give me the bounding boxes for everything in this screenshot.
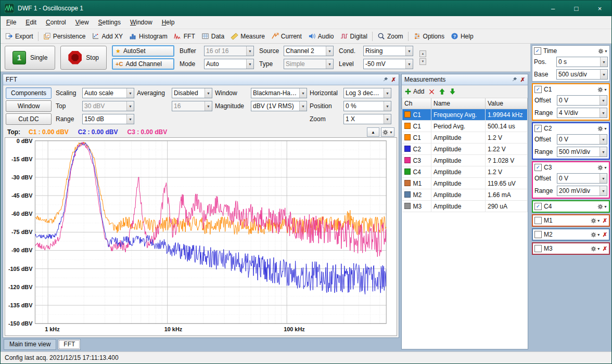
menu-control[interactable]: Control [41,17,71,28]
toolbar-current-button[interactable]: Current [268,31,305,42]
delete-measurement-button[interactable] [429,89,435,95]
averaging-count-select[interactable]: 16▼ [172,101,212,111]
gear-icon[interactable]: ▼ [598,48,608,54]
gear-icon[interactable]: ▼ [591,246,601,252]
close-icon[interactable]: ✗ [603,245,607,252]
measurement-row[interactable]: M1Amplitude119.65 uV [402,178,528,189]
tab-main-time-view[interactable]: Main time view [4,339,56,350]
toolbar-zoom-button[interactable]: Zoom [374,31,406,42]
measurement-row[interactable]: C3Amplitude? 1.028 V [402,155,528,166]
toolbar-addxy-button[interactable]: Add XY [88,31,126,42]
checkbox-m2[interactable] [534,231,542,238]
gear-icon[interactable]: ▼ [597,204,607,210]
move-down-button[interactable] [450,88,455,95]
checkbox-time[interactable]: ✓ [534,47,541,55]
select-c2-range[interactable]: 500 mV/div▼ [557,147,607,157]
checkbox-c1[interactable]: ✓ [534,86,542,93]
measurement-row[interactable]: C2Amplitude1.22 V [402,144,528,155]
gear-icon[interactable]: ▼ [591,218,601,224]
toolbar-export-button[interactable]: Export [2,31,36,42]
window-select[interactable]: Blackman-Harris▼ [251,88,307,98]
pin-icon[interactable] [383,77,388,82]
fft-plot[interactable]: 0 dBV-15 dBV-30 dBV-45 dBV-60 dBV-75 dBV… [5,137,397,336]
select-c2-offset[interactable]: 0 V▼ [557,134,607,145]
checkbox-m3[interactable] [534,245,542,252]
measurement-row[interactable]: M3Amplitude290 uA [402,201,528,212]
zoom-select[interactable]: 1 X▼ [343,114,391,124]
toolbar-histogram-button[interactable]: Histogram [126,31,171,42]
checkbox-c2[interactable]: ✓ [534,125,542,132]
select-c3-range[interactable]: 200 mV/div▼ [557,186,607,196]
position-select[interactable]: 0 %▼ [343,101,391,111]
select-c3-offset[interactable]: 0 V▼ [557,173,607,184]
collapse-button[interactable]: ▲ [367,127,379,137]
menu-settings[interactable]: Settings [94,17,125,28]
gear-icon[interactable]: ▼ [597,165,607,171]
menu-view[interactable]: View [71,17,94,28]
checkbox-m1[interactable] [534,217,542,224]
menu-file[interactable]: File [2,17,21,28]
select-time-base[interactable]: 500 us/div▼ [556,69,608,80]
gear-icon[interactable]: ▼ [591,232,601,238]
column-name[interactable]: Name [431,98,486,109]
pin-icon[interactable] [512,77,517,82]
window-button[interactable]: Window [6,100,52,112]
toolbar-persistence-button[interactable]: Persistence [40,31,89,42]
level-select[interactable]: -50 mV▼ [363,59,413,69]
scroll-up-icon[interactable]: ▲ [419,50,426,57]
measurement-row[interactable]: C1Amplitude1.2 V [402,132,528,144]
cut-dc-button[interactable]: Cut DC [6,113,52,125]
menu-window[interactable]: Window [125,17,157,28]
select-time-pos[interactable]: 0 s▼ [556,57,608,67]
close-button[interactable]: × [588,1,611,16]
measurement-row[interactable]: C1Period Avg.500.14 us [402,121,528,132]
components-button[interactable]: Components [6,87,52,99]
checkbox-c4[interactable]: ✓ [534,203,542,210]
measurement-row[interactable]: C1Frequency Avg.1.99944 kHz [402,109,528,121]
toolbar-digital-button[interactable]: Digital [337,31,371,42]
scaling-select[interactable]: Auto scale▼ [82,88,134,98]
autoset-button[interactable]: ★ AutoSet [112,45,174,57]
toolbar-measure-button[interactable]: Measure [227,31,268,42]
checkbox-c3[interactable]: ✓ [534,164,542,171]
close-icon[interactable]: ✗ [391,76,396,83]
buffer-select[interactable]: 16 of 16▼ [204,46,254,56]
minimize-button[interactable]: – [541,1,565,16]
column-ch[interactable]: Ch [402,98,431,109]
select-c1-offset[interactable]: 0 V▼ [557,95,607,106]
averaging-select[interactable]: Disabled▼ [172,88,212,98]
scroll-down-icon[interactable]: ▼ [419,58,426,65]
toolbar-help-button[interactable]: ?Help [448,31,477,42]
top-select[interactable]: 30 dBV▼ [82,101,134,111]
move-up-button[interactable] [439,88,445,95]
type-select[interactable]: Simple▼ [284,59,334,69]
close-icon[interactable]: ✗ [520,76,525,83]
select-c1-range[interactable]: 4 V/div▼ [557,108,607,118]
plot-options-button[interactable]: ▼ [381,127,394,137]
stop-button[interactable]: Stop [60,46,107,70]
maximize-button[interactable]: □ [565,1,588,16]
close-icon[interactable]: ✗ [603,217,607,224]
horizontal-select[interactable]: Log 3 decade▼ [343,88,391,98]
single-button[interactable]: 1 Single [5,46,55,70]
toolbar-audio-button[interactable]: Audio [305,31,337,42]
add-channel-button[interactable]: +C Add Channel [112,58,174,70]
menu-edit[interactable]: Edit [21,17,41,28]
close-icon[interactable]: ✗ [603,231,607,238]
column-value[interactable]: Value [486,98,528,109]
toolbar-options-button[interactable]: Options [410,31,448,42]
source-select[interactable]: Channel 2▼ [284,46,334,56]
mode-select[interactable]: Auto▼ [204,59,254,69]
gear-icon[interactable]: ▼ [597,87,607,93]
measurement-row[interactable]: C4Amplitude1.2 V [402,166,528,178]
measurement-row[interactable]: M2Amplitude1.66 mA [402,189,528,201]
toolbar-data-button[interactable]: Data [198,31,227,42]
magnitude-select[interactable]: dBV (1V RMS)▼ [251,101,307,111]
add-measurement-button[interactable]: Add [405,88,424,95]
tab-fft[interactable]: FFT [58,339,81,350]
condition-select[interactable]: Rising▼ [363,46,413,56]
toolbar-fft-button[interactable]: FFT [171,31,198,42]
gear-icon[interactable]: ▼ [597,126,607,132]
menu-help[interactable]: Help [157,17,180,28]
range-select[interactable]: 150 dB▼ [82,114,134,124]
